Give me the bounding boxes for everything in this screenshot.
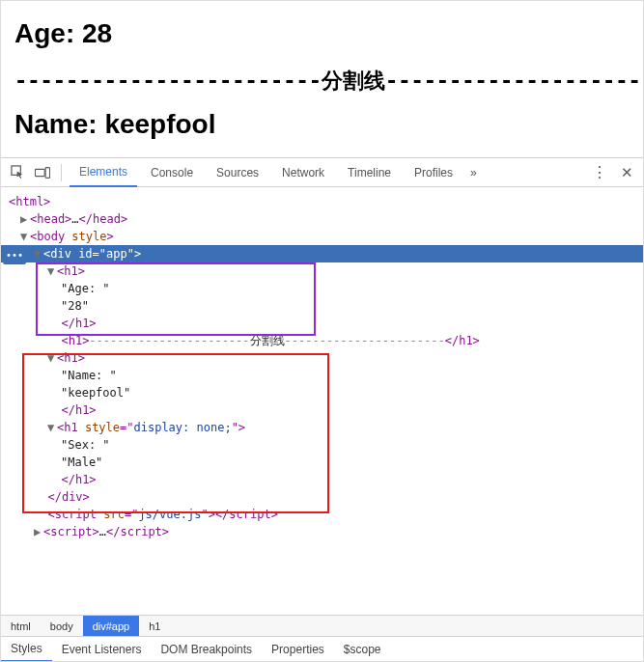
- tab-timeline[interactable]: Timeline: [338, 158, 401, 187]
- crumb-body[interactable]: body: [41, 616, 83, 637]
- node-h1-sex-open[interactable]: ▼<h1 style="display: none;">: [1, 419, 643, 436]
- devtools-close-icon[interactable]: ✕: [616, 162, 637, 183]
- node-h1-name-open[interactable]: ▼<h1>: [1, 349, 643, 367]
- node-text-age-label[interactable]: "Age: ": [1, 280, 643, 297]
- device-mode-icon[interactable]: [32, 162, 53, 183]
- svg-rect-1: [35, 169, 44, 176]
- inspect-element-icon[interactable]: [7, 162, 28, 183]
- heading-age: Age: 28: [14, 18, 630, 49]
- node-text-age-value[interactable]: "28": [1, 297, 643, 315]
- divider-line: ------------------------分割线-------------…: [14, 67, 630, 96]
- subtab-scope[interactable]: $scope: [334, 637, 391, 662]
- crumb-div-app[interactable]: div#app: [83, 616, 140, 637]
- divider-left: ------------------------: [14, 69, 322, 93]
- node-head[interactable]: ▶<head>…</head>: [1, 210, 643, 228]
- node-div-close[interactable]: </div>: [1, 488, 643, 506]
- devtools-toolbar: Elements Console Sources Network Timelin…: [1, 158, 643, 187]
- node-h1-name-close[interactable]: </h1>: [1, 401, 643, 419]
- tab-sources[interactable]: Sources: [207, 158, 268, 187]
- node-script-vue[interactable]: <script src="js/vue.js"></script>: [1, 506, 643, 523]
- devtools-menu-icon[interactable]: ⋮: [589, 162, 610, 183]
- tab-more[interactable]: »: [466, 158, 481, 187]
- subtab-styles[interactable]: Styles: [1, 637, 52, 662]
- node-h1-sex-close[interactable]: </h1>: [1, 471, 643, 488]
- node-body[interactable]: ▼<body style>: [1, 228, 643, 245]
- rendered-page: Age: 28 ------------------------分割线-----…: [1, 1, 643, 157]
- crumb-h1[interactable]: h1: [139, 616, 170, 637]
- heading-name: Name: keepfool: [14, 109, 630, 140]
- node-div-app[interactable]: •••▼<div id="app">: [1, 245, 643, 262]
- elements-tree[interactable]: <html> ▶<head>…</head> ▼<body style> •••…: [1, 187, 643, 615]
- disclosure-triangle-icon[interactable]: ▶: [34, 523, 43, 540]
- disclosure-triangle-icon[interactable]: ▶: [20, 210, 30, 228]
- subtab-event-listeners[interactable]: Event Listeners: [52, 637, 152, 662]
- disclosure-triangle-icon[interactable]: ▼: [47, 262, 57, 280]
- devtools-panel: Elements Console Sources Network Timelin…: [1, 157, 643, 661]
- selected-node-badge: •••: [3, 247, 26, 264]
- tab-network[interactable]: Network: [272, 158, 334, 187]
- heading-age-label: Age:: [14, 18, 82, 48]
- node-text-name-value[interactable]: "keepfool": [1, 384, 643, 401]
- tab-profiles[interactable]: Profiles: [405, 158, 462, 187]
- node-text-name-label[interactable]: "Name: ": [1, 367, 643, 384]
- toolbar-separator: [61, 164, 62, 181]
- sidebar-subtabs: Styles Event Listeners DOM Breakpoints P…: [1, 636, 643, 661]
- breadcrumb-bar: html body div#app h1: [1, 615, 643, 636]
- tab-console[interactable]: Console: [141, 158, 203, 187]
- subtab-properties[interactable]: Properties: [262, 637, 334, 662]
- heading-name-value: keepfool: [104, 109, 215, 139]
- divider-right: ----------------------: [385, 69, 644, 93]
- svg-rect-2: [45, 167, 49, 178]
- node-text-sex-value[interactable]: "Male": [1, 454, 643, 471]
- disclosure-triangle-icon[interactable]: ▼: [47, 349, 57, 367]
- heading-name-label: Name:: [14, 109, 104, 139]
- heading-age-value: 28: [82, 18, 112, 48]
- subtab-dom-breakpoints[interactable]: DOM Breakpoints: [151, 637, 262, 662]
- node-h1-divider[interactable]: <h1><h1>--------------------------------…: [1, 332, 643, 349]
- node-html[interactable]: <html>: [1, 193, 643, 210]
- node-text-sex-label[interactable]: "Sex: ": [1, 436, 643, 454]
- disclosure-triangle-icon[interactable]: ▼: [20, 228, 30, 245]
- divider-text: 分割线: [322, 69, 385, 93]
- crumb-html[interactable]: html: [1, 616, 41, 637]
- node-script-inline[interactable]: ▶<script>…</script>: [1, 523, 643, 540]
- disclosure-triangle-icon[interactable]: ▼: [34, 245, 43, 262]
- tab-elements[interactable]: Elements: [70, 158, 137, 187]
- node-h1-age-open[interactable]: ▼<h1>: [1, 262, 643, 280]
- disclosure-triangle-icon[interactable]: ▼: [47, 419, 57, 436]
- node-h1-age-close[interactable]: </h1>: [1, 315, 643, 332]
